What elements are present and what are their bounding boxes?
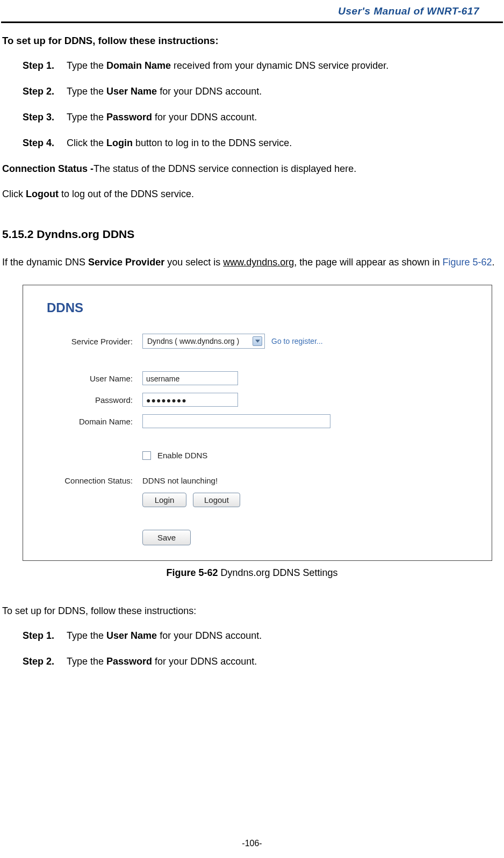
t: Type the (67, 630, 106, 641)
t: If the dynamic DNS (2, 257, 88, 268)
header-title: User's Manual of WNRT-617 (1, 0, 503, 18)
section-title: Dyndns.org DDNS (33, 228, 134, 240)
t: The status of the DDNS service connectio… (93, 163, 356, 174)
section-number: 5.15.2 (2, 228, 33, 240)
t: User Name (106, 86, 157, 97)
t: for your DDNS account. (157, 86, 262, 97)
password-input[interactable]: ●●●●●●●● (142, 393, 238, 407)
step-text: Click the Login button to log in to the … (67, 136, 292, 151)
label-password: Password: (47, 395, 142, 405)
enable-ddns-label: Enable DDNS (157, 451, 207, 460)
connection-status-para: Connection Status -The status of the DDN… (2, 162, 502, 177)
t: Type the (67, 60, 106, 71)
page-number: -106- (0, 839, 504, 848)
panel-title: DDNS (47, 300, 480, 315)
section-heading: 5.15.2 Dyndns.org DDNS (2, 228, 502, 241)
t: . (492, 257, 495, 268)
step-label: Step 1. (23, 59, 67, 74)
t: Password (106, 112, 152, 122)
t: Click (2, 189, 26, 199)
step-label: Step 2. (23, 84, 67, 99)
connection-status-value: DDNS not launching! (142, 476, 218, 485)
t: you select is (164, 257, 223, 268)
t: to log out of the DDNS service. (59, 189, 194, 199)
step-row: Step 4. Click the Login button to log in… (23, 136, 502, 151)
t: Connection Status - (2, 163, 93, 174)
t: Logout (26, 189, 59, 199)
step-text: Type the User Name for your DDNS account… (67, 84, 262, 99)
service-provider-dropdown[interactable]: Dyndns ( www.dyndns.org ) (142, 334, 265, 349)
step-row: Step 2. Type the User Name for your DDNS… (23, 84, 502, 99)
t: User Name (106, 630, 157, 641)
section1-intro: To set up for DDNS, follow these instruc… (2, 35, 502, 47)
step-label: Step 4. (23, 136, 67, 151)
label-username: User Name: (47, 374, 142, 383)
t: Password (106, 656, 152, 667)
label-conn-status: Connection Status: (47, 476, 142, 485)
header-rule (1, 21, 503, 23)
step-row: Step 1. Type the Domain Name received fr… (23, 59, 502, 74)
label-domain: Domain Name: (47, 417, 142, 426)
figure-ref[interactable]: Figure 5-62 (442, 257, 492, 268)
t: for your DDNS account. (152, 112, 257, 122)
dropdown-value: Dyndns ( www.dyndns.org ) (147, 337, 239, 345)
dyndns-link[interactable]: www.dyndns.org (223, 257, 294, 268)
t: Type the (67, 86, 106, 97)
step-text: Type the User Name for your DDNS account… (67, 629, 262, 644)
t: received from your dynamic DNS service p… (171, 60, 388, 71)
t: Login (106, 138, 133, 148)
logout-para: Click Logout to log out of the DDNS serv… (2, 187, 502, 202)
section3-intro: To set up for DDNS, follow these instruc… (2, 605, 502, 617)
save-button[interactable]: Save (142, 530, 191, 545)
step-label: Step 3. (23, 110, 67, 125)
t: for your DDNS account. (152, 656, 257, 667)
t: Domain Name (106, 60, 171, 71)
t: Service Provider (88, 257, 164, 268)
figure-panel: DDNS Service Provider: Dyndns ( www.dynd… (23, 285, 492, 561)
caption-label: Figure 5-62 (166, 567, 218, 578)
step-row: Step 1. Type the User Name for your DDNS… (23, 629, 502, 644)
t: Type the (67, 656, 106, 667)
step-label: Step 1. (23, 629, 67, 644)
login-button[interactable]: Login (142, 493, 186, 507)
username-input[interactable]: username (142, 371, 238, 385)
caption-text: Dyndns.org DDNS Settings (218, 567, 337, 578)
step-text: Type the Password for your DDNS account. (67, 110, 257, 125)
t: Click the (67, 138, 106, 148)
t: for your DDNS account. (157, 630, 262, 641)
section2-para: If the dynamic DNS Service Provider you … (2, 253, 502, 272)
t: , the page will appear as shown in (294, 257, 442, 268)
enable-ddns-checkbox[interactable] (142, 451, 151, 460)
t: button to log in to the DDNS service. (133, 138, 292, 148)
chevron-down-icon (253, 336, 262, 346)
step-text: Type the Password for your DDNS account. (67, 654, 257, 669)
domain-name-input[interactable] (142, 414, 330, 428)
step-row: Step 3. Type the Password for your DDNS … (23, 110, 502, 125)
step-row: Step 2. Type the Password for your DDNS … (23, 654, 502, 669)
figure-caption: Figure 5-62 Dyndns.org DDNS Settings (2, 567, 502, 579)
t: Type the (67, 112, 106, 122)
label-service-provider: Service Provider: (47, 337, 142, 346)
step-label: Step 2. (23, 654, 67, 669)
step-text: Type the Domain Name received from your … (67, 59, 388, 74)
go-to-register-link[interactable]: Go to register... (271, 337, 323, 345)
logout-button[interactable]: Logout (193, 493, 240, 507)
